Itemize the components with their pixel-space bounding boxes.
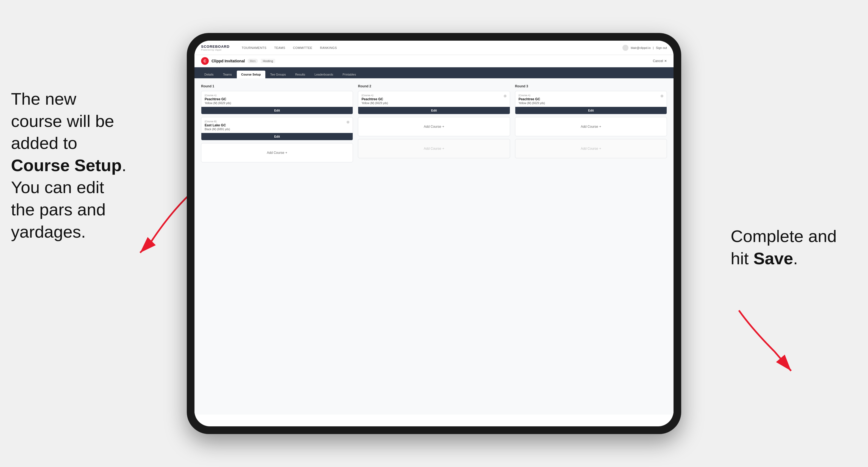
edit-button-r2-a[interactable]: Edit <box>358 107 509 114</box>
add-icon-r2-disabled: + <box>442 147 444 151</box>
add-course-text-r3: Add Course <box>581 125 598 129</box>
cancel-icon: ✕ <box>664 59 667 63</box>
course-b-name-r1: East Lake GC <box>205 123 349 127</box>
top-nav-links: TOURNAMENTS TEAMS COMMITTEE RANKINGS <box>242 45 614 51</box>
course-a-name-r3: Peachtree GC <box>519 97 663 101</box>
delete-button-r1-b[interactable]: ⊗ <box>346 120 350 124</box>
tournament-name: Clippd Invitational <box>212 59 245 63</box>
add-icon-r3: + <box>599 125 601 129</box>
round-3-col: Round 3 ⊗ (Course A) Peachtree GC Yellow… <box>515 84 667 165</box>
course-a-name-r1: Peachtree GC <box>205 97 349 101</box>
nav-committee[interactable]: COMMITTEE <box>293 45 313 51</box>
top-nav: SCOREBOARD Powered by clippd TOURNAMENTS… <box>194 41 674 55</box>
round-2-col: Round 2 ⊗ (Course A) Peachtree GC Yellow… <box>358 84 510 165</box>
logo-title: SCOREBOARD <box>201 44 229 49</box>
add-course-r1[interactable]: Add Course + <box>201 143 353 162</box>
tab-results[interactable]: Results <box>290 71 310 78</box>
add-icon-r2: + <box>442 125 444 129</box>
course-card-r1-a: (Course A) Peachtree GC Yellow (M) (6629… <box>201 91 353 114</box>
nav-tournaments[interactable]: TOURNAMENTS <box>242 45 267 51</box>
nav-rankings[interactable]: RANKINGS <box>320 45 337 51</box>
tab-teams[interactable]: Teams <box>219 71 236 78</box>
tablet-screen: SCOREBOARD Powered by clippd TOURNAMENTS… <box>194 41 674 426</box>
tablet-device: SCOREBOARD Powered by clippd TOURNAMENTS… <box>187 33 681 434</box>
add-course-text-r1: Add Course <box>267 151 284 155</box>
delete-button-r3-a[interactable]: ⊗ <box>659 93 664 98</box>
delete-button-r2-a[interactable]: ⊗ <box>503 93 507 98</box>
sign-out-link[interactable]: Sign out <box>656 46 667 50</box>
course-card-r2-a: ⊗ (Course A) Peachtree GC Yellow (M) (66… <box>358 91 510 114</box>
edit-button-r1-a[interactable]: Edit <box>202 107 353 114</box>
round-3-label: Round 3 <box>515 84 667 88</box>
course-b-label-r1: (Course B) <box>205 120 349 123</box>
tab-course-setup[interactable]: Course Setup <box>237 71 265 78</box>
add-icon-r1: + <box>285 151 287 155</box>
tab-details[interactable]: Details <box>200 71 218 78</box>
course-card-r1-b: ⊗ (Course B) East Lake GC Black (M) (689… <box>201 117 353 141</box>
rounds-grid: Round 1 (Course A) Peachtree GC Yellow (… <box>201 84 667 165</box>
course-a-tee-r3: Yellow (M) (6629 yds) <box>519 102 663 105</box>
add-course-text-r2: Add Course <box>424 125 441 129</box>
course-a-tee-r2: Yellow (M) (6629 yds) <box>362 102 506 105</box>
tab-leaderboards[interactable]: Leaderboards <box>310 71 338 78</box>
add-course-text-r2-disabled: Add Course <box>424 147 441 151</box>
edit-button-r1-b[interactable]: Edit <box>202 133 353 140</box>
course-a-label-r2: (Course A) <box>362 94 506 97</box>
course-a-tee-r1: Yellow (M) (6629 yds) <box>205 102 349 105</box>
top-nav-right: blair@clippd.io | Sign out <box>622 45 667 51</box>
logo-sub: Powered by clippd <box>201 49 229 51</box>
add-course-r3-active[interactable]: Add Course + <box>515 117 667 136</box>
add-course-text-r3-disabled: Add Course <box>581 147 598 151</box>
course-a-label-r1: (Course A) <box>205 94 349 97</box>
content-area: Round 1 (Course A) Peachtree GC Yellow (… <box>194 78 674 414</box>
scoreboard-logo: SCOREBOARD Powered by clippd <box>201 44 229 51</box>
tab-bar: Details Teams Course Setup Tee Groups Re… <box>194 67 674 78</box>
course-a-label-r3: (Course A) <box>519 94 663 97</box>
tournament-gender: Men <box>247 59 258 63</box>
course-a-name-r2: Peachtree GC <box>362 97 506 101</box>
tab-printables[interactable]: Printables <box>338 71 361 78</box>
nav-separator: | <box>653 46 654 50</box>
tournament-bar: C Clippd Invitational Men Hosting Cancel… <box>194 55 674 67</box>
hosting-badge: Hosting <box>261 59 275 63</box>
add-course-r2-disabled: Add Course + <box>358 139 510 158</box>
course-card-r3-a: ⊗ (Course A) Peachtree GC Yellow (M) (66… <box>515 91 667 114</box>
tab-tee-groups[interactable]: Tee Groups <box>266 71 290 78</box>
cancel-button[interactable]: Cancel ✕ <box>653 59 667 63</box>
user-avatar <box>622 45 628 51</box>
round-1-col: Round 1 (Course A) Peachtree GC Yellow (… <box>201 84 353 165</box>
add-icon-r3-disabled: + <box>599 147 601 151</box>
tournament-logo: C <box>201 57 209 65</box>
user-email: blair@clippd.io <box>631 46 650 50</box>
right-annotation: Complete and hit Save. <box>731 225 851 270</box>
add-course-r2-active[interactable]: Add Course + <box>358 117 510 136</box>
edit-button-r3-a[interactable]: Edit <box>515 107 666 114</box>
add-course-r3-disabled: Add Course + <box>515 139 667 158</box>
round-1-label: Round 1 <box>201 84 353 88</box>
round-2-label: Round 2 <box>358 84 510 88</box>
nav-teams[interactable]: TEAMS <box>274 45 285 51</box>
tournament-left: C Clippd Invitational Men Hosting <box>201 57 275 65</box>
course-b-tee-r1: Black (M) (6891 yds) <box>205 128 349 131</box>
right-arrow <box>736 308 824 379</box>
